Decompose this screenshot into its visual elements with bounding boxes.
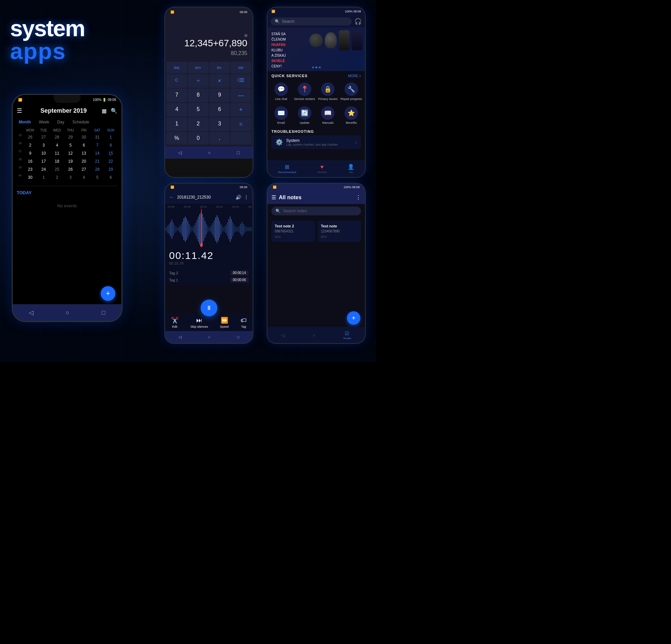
cal-day-6-oct[interactable]: 6 xyxy=(104,174,117,181)
calc-percent[interactable]: % xyxy=(166,132,187,144)
note-card-2[interactable]: Test note 1234567890 8/22 xyxy=(318,221,361,242)
notes-add-fab[interactable]: + xyxy=(347,311,360,325)
cal-day-26-aug[interactable]: 26 xyxy=(24,133,37,141)
calc-back-icon[interactable]: ◁ xyxy=(178,150,182,155)
calc-backspace[interactable]: ⌫ xyxy=(230,74,251,88)
cal-day-8[interactable]: 8 xyxy=(104,142,117,149)
headset-icon[interactable]: 🎧 xyxy=(354,18,362,25)
recorder-back-icon[interactable]: ← xyxy=(169,194,175,200)
cal-day-30-aug[interactable]: 30 xyxy=(77,133,91,141)
calc-mplus[interactable]: m+ xyxy=(188,62,209,74)
recorder-play-pause-button[interactable]: ⏸ xyxy=(201,299,217,316)
edit-tool[interactable]: ✂️ Edit xyxy=(171,317,178,329)
svc-repair-progress[interactable]: 🔧 Repair progress xyxy=(340,80,362,103)
svc-service-centers[interactable]: 📍 Service centers xyxy=(294,80,316,103)
cal-day-28[interactable]: 28 xyxy=(91,166,104,173)
recent-nav-icon[interactable]: □ xyxy=(102,309,105,316)
note-card-1[interactable]: Test note 2 0987654321 9/15 xyxy=(271,221,315,242)
svc-manuals[interactable]: 📖 Manuals xyxy=(317,104,339,127)
calc-3[interactable]: 3 xyxy=(210,117,230,131)
menu-icon[interactable]: ☰ xyxy=(17,107,22,114)
calc-mc[interactable]: mc xyxy=(166,62,187,74)
cal-day-11[interactable]: 11 xyxy=(50,150,64,157)
svc-live-chat[interactable]: 💬 Live chat xyxy=(270,80,292,103)
nav-recommended[interactable]: ⊞ Recommended xyxy=(278,164,296,174)
tag-tool[interactable]: 🏷 Tag xyxy=(241,317,246,329)
cal-day-16[interactable]: 16 xyxy=(24,158,37,165)
nav-wishlist[interactable]: ♥ Wishlist xyxy=(317,164,327,174)
cal-day-3-oct[interactable]: 3 xyxy=(64,174,77,181)
svc-benefits[interactable]: ⭐ Benefits xyxy=(340,104,362,127)
notes-search-input[interactable]: 🔍 Search notes xyxy=(271,207,361,215)
calc-6[interactable]: 6 xyxy=(210,103,230,117)
notes-menu-icon[interactable]: ☰ xyxy=(271,194,276,201)
more-button[interactable]: MORE > xyxy=(348,74,361,78)
tab-schedule[interactable]: Schedule xyxy=(69,118,92,126)
today-button[interactable]: TODAY xyxy=(13,189,122,196)
calc-0[interactable]: 0 xyxy=(188,132,209,144)
cal-day-1-oct[interactable]: 1 xyxy=(37,174,50,181)
cal-day-5[interactable]: 5 xyxy=(64,142,77,149)
cal-day-25-today[interactable]: 25 xyxy=(50,166,64,173)
cal-day-1-sep[interactable]: 1 xyxy=(104,133,117,141)
cal-day-17[interactable]: 17 xyxy=(37,158,50,165)
cal-day-10[interactable]: 10 xyxy=(37,150,50,157)
cal-day-28-aug[interactable]: 28 xyxy=(50,133,64,141)
cal-day-4-oct[interactable]: 4 xyxy=(77,174,91,181)
calc-multiply[interactable]: × xyxy=(210,74,230,88)
notes-nav-todos[interactable]: ☑ To-dos xyxy=(343,331,351,340)
svc-email[interactable]: ✉️ Email xyxy=(270,104,292,127)
add-event-fab[interactable]: + xyxy=(101,286,115,301)
cal-day-9[interactable]: 9 xyxy=(24,150,37,157)
banner-dot-2[interactable] xyxy=(315,66,317,68)
cal-day-15[interactable]: 15 xyxy=(104,150,117,157)
cal-day-12[interactable]: 12 xyxy=(64,150,77,157)
cal-day-13[interactable]: 13 xyxy=(77,150,91,157)
calc-plus[interactable]: + xyxy=(230,103,251,117)
calc-1[interactable]: 1 xyxy=(166,117,187,131)
notes-more-icon[interactable]: ⋮ xyxy=(356,194,361,201)
calc-2[interactable]: 2 xyxy=(188,117,209,131)
calc-mminus[interactable]: m- xyxy=(210,62,230,74)
cal-day-23[interactable]: 23 xyxy=(24,166,37,173)
calc-8[interactable]: 8 xyxy=(188,89,209,102)
calendar-search-icon[interactable]: 🔍 xyxy=(111,108,117,114)
cal-day-3[interactable]: 3 xyxy=(37,142,50,149)
cal-day-7[interactable]: 7 xyxy=(91,142,104,149)
calc-minus[interactable]: — xyxy=(230,89,251,102)
calc-recent-icon[interactable]: □ xyxy=(237,150,240,155)
calc-clear[interactable]: C xyxy=(166,74,187,88)
rec-home-icon[interactable]: ○ xyxy=(208,335,210,339)
cal-day-27-aug[interactable]: 27 xyxy=(37,133,50,141)
recorder-more-icon[interactable]: ⋮ xyxy=(244,195,249,200)
cal-day-26[interactable]: 26 xyxy=(64,166,77,173)
cal-day-14[interactable]: 14 xyxy=(91,150,104,157)
cal-day-27[interactable]: 27 xyxy=(77,166,91,173)
cal-day-24[interactable]: 24 xyxy=(37,166,50,173)
calc-7[interactable]: 7 xyxy=(166,89,187,102)
calc-equals[interactable]: = xyxy=(230,117,251,131)
calc-divide[interactable]: ÷ xyxy=(188,74,209,88)
tab-month[interactable]: Month xyxy=(15,118,34,126)
notes-nav-back[interactable]: ◁ xyxy=(281,332,285,338)
cal-day-2-oct[interactable]: 2 xyxy=(50,174,64,181)
cal-day-29-aug[interactable]: 29 xyxy=(64,133,77,141)
cal-day-20[interactable]: 20 xyxy=(77,158,91,165)
calc-9[interactable]: 9 xyxy=(210,89,230,102)
svc-privacy-issues[interactable]: 🔒 Privacy issues xyxy=(317,80,339,103)
skip-silences-tool[interactable]: ⏭ Skip silences xyxy=(190,317,208,329)
back-nav-icon[interactable]: ◁ xyxy=(29,309,34,316)
cal-day-31-aug[interactable]: 31 xyxy=(91,133,104,141)
recorder-volume-icon[interactable]: 🔊 xyxy=(236,195,241,200)
cal-day-18[interactable]: 18 xyxy=(50,158,64,165)
tab-week[interactable]: Week xyxy=(36,118,52,126)
system-item[interactable]: ⚙️ System Lag, system crashes, and app c… xyxy=(271,136,361,149)
speed-tool[interactable]: ⏩ Speed xyxy=(220,317,229,329)
cal-day-5-oct[interactable]: 5 xyxy=(91,174,104,181)
banner-dot-1[interactable] xyxy=(312,66,314,68)
cal-day-30[interactable]: 30 xyxy=(24,174,37,181)
banner-dot-3[interactable] xyxy=(319,66,321,68)
calc-5[interactable]: 5 xyxy=(188,103,209,117)
calc-home-icon[interactable]: ○ xyxy=(208,150,211,155)
cal-day-6[interactable]: 6 xyxy=(77,142,91,149)
